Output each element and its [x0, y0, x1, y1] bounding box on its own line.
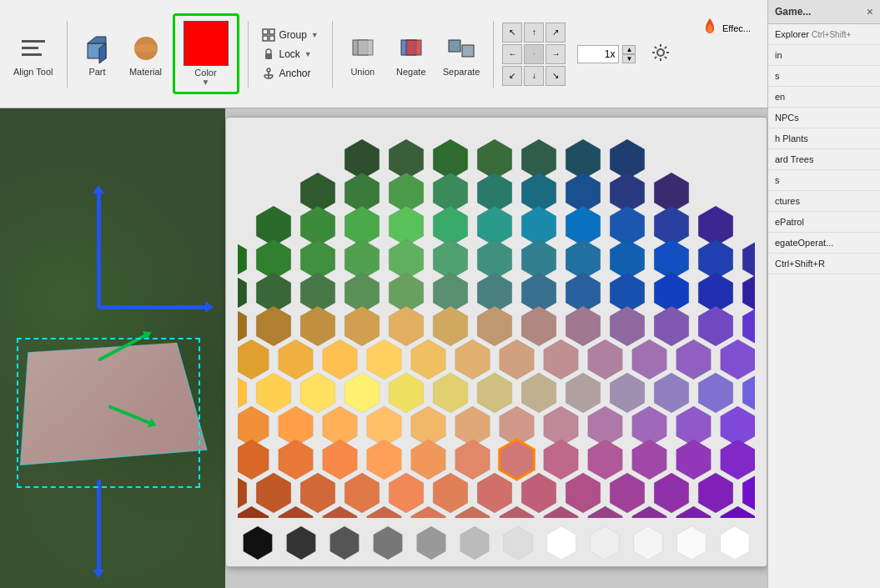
- hex-cell[interactable]: [323, 506, 358, 518]
- right-panel-item-ctures[interactable]: ctures: [768, 191, 880, 212]
- hex-cell[interactable]: [323, 440, 358, 480]
- grayscale-hex[interactable]: [238, 525, 278, 560]
- hex-cell[interactable]: [588, 339, 623, 379]
- hex-cell[interactable]: [676, 440, 712, 480]
- hex-cell[interactable]: [742, 473, 755, 513]
- hex-cell[interactable]: [632, 506, 667, 518]
- hex-cell[interactable]: [566, 306, 601, 346]
- nav-left[interactable]: ←: [502, 44, 522, 64]
- hex-cell[interactable]: [610, 306, 645, 346]
- anchor-button[interactable]: Anchor: [257, 65, 324, 82]
- grayscale-hex[interactable]: [671, 525, 712, 560]
- hex-cell[interactable]: [521, 473, 556, 513]
- hex-cell[interactable]: [477, 373, 512, 413]
- color-button[interactable]: Color ▼: [177, 18, 235, 90]
- hex-cell[interactable]: [433, 306, 468, 346]
- hex-cell[interactable]: [367, 506, 402, 518]
- hex-cell[interactable]: [676, 339, 712, 379]
- hex-cell[interactable]: [566, 373, 601, 413]
- multiplier-input[interactable]: [577, 45, 619, 63]
- hex-cell[interactable]: [344, 373, 380, 413]
- hex-cell[interactable]: [238, 406, 269, 446]
- hex-cell[interactable]: [256, 473, 291, 513]
- hex-cell[interactable]: [238, 239, 247, 279]
- nav-up-left[interactable]: ↖: [502, 23, 522, 43]
- hex-cell[interactable]: [521, 373, 556, 413]
- material-button[interactable]: Material: [124, 28, 168, 80]
- hex-cell[interactable]: [566, 473, 601, 513]
- right-panel-item-s2[interactable]: s: [768, 170, 880, 191]
- hex-cell[interactable]: [521, 306, 556, 346]
- hex-cell[interactable]: [389, 306, 424, 346]
- hex-cell[interactable]: [455, 339, 490, 379]
- grayscale-hex[interactable]: [541, 525, 581, 560]
- hex-cell[interactable]: [238, 339, 269, 379]
- right-panel-item-in[interactable]: in: [768, 45, 880, 66]
- hex-cell[interactable]: [721, 506, 755, 518]
- grayscale-hex[interactable]: [324, 525, 365, 560]
- nav-up-right[interactable]: ↗: [546, 23, 566, 43]
- hex-cell[interactable]: [742, 273, 755, 313]
- hex-cell[interactable]: [238, 373, 247, 413]
- right-panel-item-plants[interactable]: h Plants: [768, 128, 880, 149]
- nav-up[interactable]: ↑: [524, 23, 544, 43]
- hex-cell[interactable]: [455, 506, 490, 518]
- hex-cell[interactable]: [238, 306, 247, 346]
- right-panel-item-explorer[interactable]: Explorer Ctrl+Shift+: [768, 24, 880, 45]
- hex-cell[interactable]: [742, 306, 755, 346]
- hex-cell[interactable]: [477, 306, 512, 346]
- right-panel-item-epatrol[interactable]: ePatrol: [768, 212, 880, 233]
- part-button[interactable]: Part: [76, 28, 119, 80]
- right-panel-item-trees[interactable]: ard Trees: [768, 149, 880, 170]
- nav-down[interactable]: ↓: [524, 66, 544, 86]
- hex-cell[interactable]: [544, 440, 579, 480]
- union-button[interactable]: Union: [341, 28, 385, 80]
- nav-down-left[interactable]: ↙: [502, 66, 522, 86]
- hex-cell[interactable]: [544, 339, 579, 379]
- hex-cell[interactable]: [721, 339, 755, 379]
- hex-cell[interactable]: [632, 440, 667, 480]
- hex-cell[interactable]: [588, 506, 623, 518]
- hex-cell[interactable]: [721, 440, 755, 480]
- hex-cell[interactable]: [654, 306, 689, 346]
- grayscale-hex[interactable]: [281, 525, 321, 560]
- right-panel-item-en[interactable]: en: [768, 87, 880, 108]
- hex-cell[interactable]: [344, 306, 380, 346]
- hex-cell[interactable]: [610, 473, 645, 513]
- hex-cell[interactable]: [411, 506, 446, 518]
- grayscale-hex[interactable]: [411, 525, 451, 560]
- nav-down-right[interactable]: ↘: [546, 66, 566, 86]
- negate-button[interactable]: Negate: [390, 28, 433, 80]
- right-panel-item-ctrl[interactable]: Ctrl+Shift+R: [768, 254, 880, 274]
- right-panel-item-npcs[interactable]: NPCs: [768, 108, 880, 128]
- hex-cell[interactable]: [500, 339, 535, 379]
- group-button[interactable]: Group ▼: [257, 27, 324, 43]
- hex-cell[interactable]: [654, 473, 689, 513]
- hex-cell[interactable]: [300, 373, 335, 413]
- hex-cell[interactable]: [698, 306, 733, 346]
- right-panel-item-negate[interactable]: egateOperat...: [768, 233, 880, 254]
- hex-cell[interactable]: [279, 506, 314, 518]
- hex-cell[interactable]: [500, 440, 535, 480]
- group-dropdown[interactable]: ▼: [311, 31, 319, 39]
- hex-cell[interactable]: [238, 440, 269, 480]
- hex-cell[interactable]: [344, 473, 380, 513]
- hex-cell[interactable]: [300, 306, 335, 346]
- hex-cell[interactable]: [238, 506, 269, 518]
- effects-button[interactable]: Effec...: [701, 17, 751, 40]
- hex-cell[interactable]: [279, 339, 314, 379]
- grayscale-hex[interactable]: [715, 525, 755, 560]
- hex-cell[interactable]: [238, 473, 247, 513]
- right-panel-close[interactable]: ×: [867, 5, 873, 18]
- hex-cell[interactable]: [433, 373, 468, 413]
- mult-down[interactable]: ▼: [622, 54, 636, 63]
- hex-cell[interactable]: [238, 273, 247, 313]
- hex-cell[interactable]: [256, 306, 291, 346]
- hex-cell[interactable]: [698, 473, 733, 513]
- hex-cell[interactable]: [367, 339, 402, 379]
- hex-cell[interactable]: [389, 473, 424, 513]
- grayscale-hex[interactable]: [498, 525, 538, 560]
- nav-right[interactable]: →: [546, 44, 566, 64]
- right-panel-item-s[interactable]: s: [768, 66, 880, 87]
- grayscale-hex[interactable]: [585, 525, 625, 560]
